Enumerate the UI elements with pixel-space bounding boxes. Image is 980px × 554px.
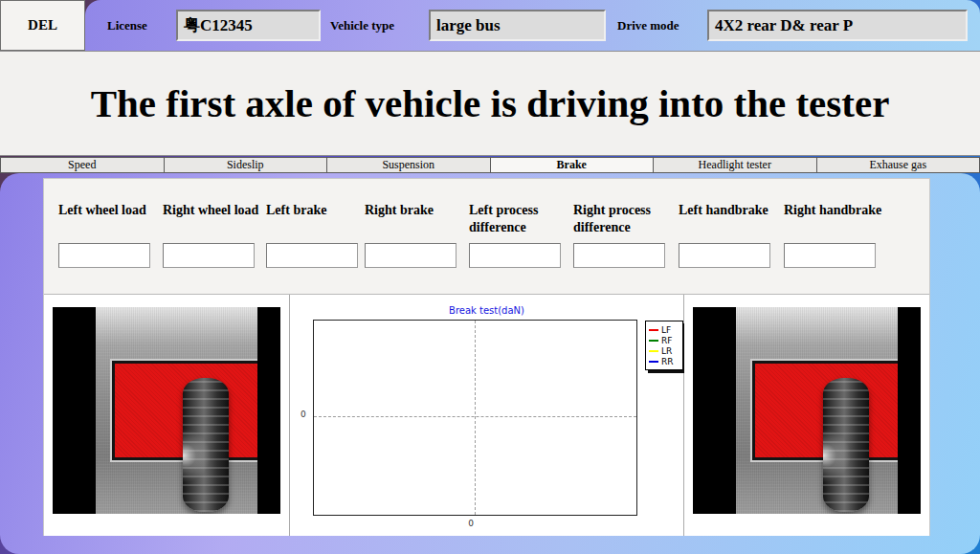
legend-swatch <box>649 340 658 342</box>
license-label: License <box>107 0 147 51</box>
black-bar <box>53 307 96 514</box>
tab-suspension[interactable]: Suspension <box>326 157 490 173</box>
brake-panel: Left wheel load Right wheel load Left br… <box>43 178 930 536</box>
status-banner: The first axle of vehicle is driving int… <box>0 51 980 156</box>
tab-speed[interactable]: Speed <box>0 157 164 173</box>
legend-swatch <box>649 350 658 352</box>
status-banner-text: The first axle of vehicle is driving int… <box>38 78 943 129</box>
y-axis-tick: 0 <box>301 410 306 419</box>
legend-item: RF <box>649 335 679 345</box>
legend-label: RF <box>661 336 672 345</box>
legend-item: RR <box>649 356 679 366</box>
chart-legend: LF RF LR RR <box>645 321 683 370</box>
left-process-difference-input[interactable] <box>469 243 561 268</box>
legend-label: LF <box>661 325 671 335</box>
left-brake-input[interactable] <box>266 243 358 268</box>
chart-title: Break test(daN) <box>290 305 683 316</box>
legend-item: LR <box>649 345 679 356</box>
vehicle-type-field[interactable]: large bus <box>429 10 606 41</box>
measurement-label: Left wheel load <box>58 202 158 219</box>
tire-graphic <box>183 378 229 512</box>
tab-sideslip[interactable]: Sideslip <box>164 157 327 173</box>
legend-swatch <box>649 361 658 363</box>
drive-mode-label: Drive mode <box>617 0 679 51</box>
right-process-difference-input[interactable] <box>573 243 665 268</box>
tire-graphic <box>823 378 869 512</box>
measurement-label: Right process difference <box>573 202 673 236</box>
left-wheel-camera-image <box>53 307 280 514</box>
tab-bar: Speed Sideslip Suspension Brake Headligh… <box>0 157 980 173</box>
legend-item: LF <box>649 324 679 335</box>
license-field[interactable]: 粤C12345 <box>176 10 321 41</box>
zero-gridline-vertical <box>475 321 476 515</box>
legend-label: RR <box>661 357 674 366</box>
tab-headlight-tester[interactable]: Headlight tester <box>653 157 816 173</box>
left-handbrake-input[interactable] <box>679 243 770 268</box>
legend-label: LR <box>661 346 672 356</box>
measurement-label: Right brake <box>365 202 464 219</box>
black-bar <box>898 307 921 514</box>
vehicle-type-label: Vehicle type <box>330 0 394 51</box>
del-button[interactable]: DEL <box>0 0 85 51</box>
right-wheel-camera-image <box>693 307 921 514</box>
right-wheel-camera-box <box>684 295 929 536</box>
right-handbrake-input[interactable] <box>784 243 876 268</box>
left-wheel-camera-box <box>44 295 289 536</box>
brake-chart: Break test(daN) 0 0 LF RF LR RR <box>289 295 684 536</box>
right-wheel-load-input[interactable] <box>163 243 255 268</box>
drive-mode-field[interactable]: 4X2 rear D& rear P <box>707 10 968 41</box>
legend-swatch <box>649 329 658 331</box>
tab-exhause-gas[interactable]: Exhause gas <box>816 157 980 173</box>
measurement-label: Right wheel load <box>163 202 262 219</box>
x-axis-tick: 0 <box>460 519 481 528</box>
plot-area <box>313 320 637 516</box>
measurement-label: Left process difference <box>469 202 568 236</box>
measurement-area: Left wheel load Right wheel load Left br… <box>44 179 929 295</box>
black-bar <box>257 307 280 514</box>
measurement-label: Left brake <box>266 202 366 219</box>
left-wheel-load-input[interactable] <box>58 243 150 268</box>
measurement-label: Left handbrake <box>679 202 778 219</box>
tab-brake[interactable]: Brake <box>490 157 654 173</box>
right-brake-input[interactable] <box>365 243 457 268</box>
black-bar <box>693 307 736 514</box>
measurement-label: Right handbrake <box>784 202 883 219</box>
